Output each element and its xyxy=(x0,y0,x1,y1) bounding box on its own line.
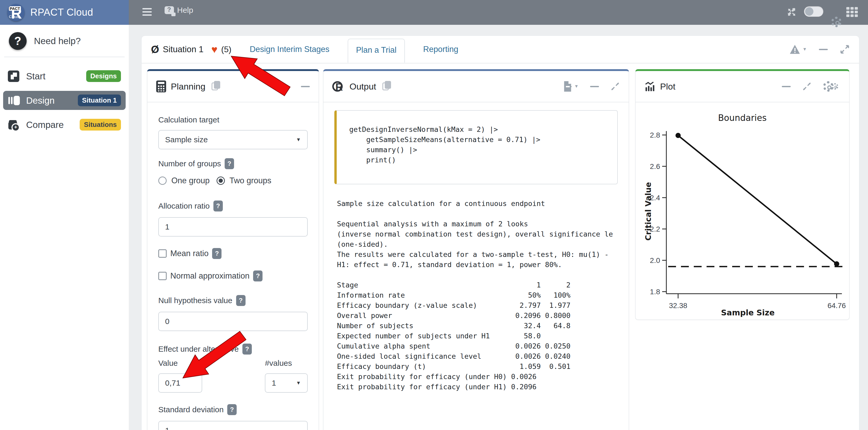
help-badge-icon[interactable]: ? xyxy=(212,248,221,259)
apps-grid-icon[interactable] xyxy=(846,7,858,17)
svg-text:2.6: 2.6 xyxy=(650,162,660,170)
output-result: Sample size calculation for a continuous… xyxy=(337,198,626,392)
collapse-icon[interactable] xyxy=(301,86,310,87)
output-title: Output xyxy=(349,81,376,92)
allocation-ratio-input[interactable]: 1 xyxy=(158,217,308,236)
collapse-icon[interactable] xyxy=(819,49,828,50)
designs-badge: Designs xyxy=(86,70,121,82)
planning-panel-header: Planning xyxy=(147,71,319,102)
mean-ratio-row: Mean ratio ? xyxy=(158,248,308,259)
plot-panel: Plot Boundaries Critical Value Sample Si… xyxy=(635,69,849,320)
favorites-count: (5) xyxy=(221,45,231,54)
compare-icon xyxy=(8,119,19,131)
sidebar-item-compare[interactable]: Compare Situations xyxy=(3,115,126,134)
boundaries-chart: Boundaries Critical Value Sample Size 1.… xyxy=(636,102,849,319)
tab-reporting[interactable]: Reporting xyxy=(423,45,458,54)
chart-icon xyxy=(644,81,655,92)
heart-icon[interactable]: ♥ xyxy=(211,43,218,55)
caret-down-icon: ▼ xyxy=(802,47,807,52)
plot-settings-gears-icon[interactable] xyxy=(823,81,840,92)
chart-title: Boundaries xyxy=(636,113,849,123)
collapse-icon[interactable] xyxy=(782,86,791,87)
sidebar: ? Need help? Start Designs Design Situat… xyxy=(0,25,129,430)
expand-icon[interactable] xyxy=(611,82,620,91)
start-icon xyxy=(8,70,19,82)
normal-approximation-row: Normal approximation ? xyxy=(158,270,308,282)
wrench-icon[interactable] xyxy=(281,82,289,91)
value-label: Value xyxy=(158,359,202,368)
help-label: Help xyxy=(177,6,193,14)
num-values-select[interactable]: 1 ▼ xyxy=(265,373,308,393)
slash-circle-icon: Ø xyxy=(151,43,159,55)
normal-approximation-checkbox[interactable] xyxy=(158,272,167,280)
app-title: RPACT Cloud xyxy=(30,7,93,18)
situations-badge: Situations xyxy=(80,119,121,131)
sidebar-item-design[interactable]: Design Situation 1 xyxy=(3,91,126,110)
effect-value-input[interactable]: 0,71 xyxy=(158,373,202,393)
planning-panel: Planning Calculation target Sample size … xyxy=(147,69,319,430)
settings-gear-icon[interactable] xyxy=(831,17,842,27)
svg-text:2.8: 2.8 xyxy=(650,131,660,139)
design-icon xyxy=(8,95,19,106)
calculator-icon xyxy=(156,80,166,92)
allocation-ratio-label: Allocation ratio? xyxy=(158,200,308,211)
help-badge-icon[interactable]: ? xyxy=(236,295,246,306)
warnings-dropdown[interactable]: ▼ xyxy=(789,44,807,54)
help-badge-icon[interactable]: ? xyxy=(253,270,262,282)
tab-design-interim-stages[interactable]: Design Interim Stages xyxy=(250,45,330,54)
help-badge-icon[interactable]: ? xyxy=(213,200,223,211)
chevron-down-icon: ▼ xyxy=(296,380,301,386)
calculation-target-select[interactable]: Sample size ▼ xyxy=(158,130,308,149)
svg-text:1.8: 1.8 xyxy=(650,288,660,296)
null-hypothesis-input[interactable]: 0 xyxy=(158,312,308,331)
radio-two-groups[interactable] xyxy=(217,176,225,185)
plot-panel-header: Plot xyxy=(636,71,849,102)
file-export-icon xyxy=(563,81,572,92)
question-mark-icon: ? xyxy=(9,32,27,50)
dark-mode-toggle[interactable] xyxy=(804,6,823,17)
sidebar-item-start[interactable]: Start Designs xyxy=(3,67,126,86)
tab-plan-a-trial[interactable]: Plan a Trial xyxy=(348,39,405,63)
help-menu-item[interactable]: Help xyxy=(164,6,193,14)
standard-deviation-label: Standard deviation? xyxy=(158,404,308,415)
copy-icon[interactable] xyxy=(382,82,389,90)
expand-icon[interactable] xyxy=(802,82,812,91)
hamburger-menu-icon[interactable] xyxy=(142,8,153,17)
chevron-down-icon: ▼ xyxy=(296,137,301,142)
brand-header: R PACT Cloud RPACT Cloud xyxy=(0,0,129,25)
mean-ratio-checkbox[interactable] xyxy=(158,249,167,258)
calculation-target-label: Calculation target xyxy=(158,115,308,124)
warning-triangle-icon xyxy=(789,44,800,54)
copy-icon[interactable] xyxy=(212,82,218,90)
r-code-block: getDesignInverseNormal(kMax = 2) |> getS… xyxy=(334,110,618,184)
effect-under-alternative-label: Effect under alternative? xyxy=(158,343,308,355)
help-badge-icon[interactable]: ? xyxy=(242,343,252,355)
export-dropdown[interactable]: ▼ xyxy=(563,81,579,92)
r-logo-icon: R xyxy=(332,81,345,92)
planning-title: Planning xyxy=(171,81,205,92)
standard-deviation-input[interactable]: 1 xyxy=(158,421,308,430)
expand-icon[interactable] xyxy=(840,44,850,54)
radio-one-group[interactable] xyxy=(158,176,167,185)
rpact-logo-icon: R PACT Cloud xyxy=(7,4,25,21)
need-help-item[interactable]: ? Need help? xyxy=(0,25,129,57)
output-panel-header: R Output ▼ xyxy=(323,71,629,102)
help-badge-icon[interactable]: ? xyxy=(225,158,234,169)
fullscreen-arrows-icon[interactable] xyxy=(786,6,798,18)
tab-situation-1[interactable]: Ø Situation 1 ♥ (5) xyxy=(151,43,231,55)
collapse-icon[interactable] xyxy=(590,86,599,87)
tab-row: Ø Situation 1 ♥ (5) Design Interim Stage… xyxy=(142,36,859,63)
help-badge-icon[interactable]: ? xyxy=(227,404,237,415)
result-text: Sample size calculation for a continuous… xyxy=(337,198,626,392)
chart-canvas: 1.82.02.22.42.62.832.3864.76 xyxy=(636,102,849,319)
need-help-label: Need help? xyxy=(34,36,81,46)
caret-down-icon: ▼ xyxy=(574,84,579,89)
x-axis-label: Sample Size xyxy=(651,308,844,317)
svg-text:2.0: 2.0 xyxy=(650,256,660,264)
number-of-groups-label: Number of groups? xyxy=(158,158,308,169)
situation-1-badge: Situation 1 xyxy=(78,95,121,106)
help-chat-icon xyxy=(164,6,174,14)
r-code: getDesignInverseNormal(kMax = 2) |> getS… xyxy=(349,124,612,165)
null-hypothesis-label: Null hypothesis value? xyxy=(158,295,308,306)
top-bar: R PACT Cloud RPACT Cloud Help xyxy=(0,0,868,25)
